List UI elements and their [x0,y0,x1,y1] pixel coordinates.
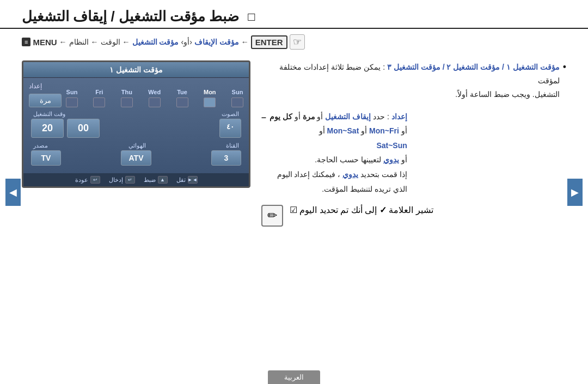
or1: أو [315,112,323,121]
check-label-mid: إلى أنك تم تحديد اليوم [299,205,377,215]
manual-suf: لتعيينها حسب الحاجة. [315,155,381,164]
dash-item-setup: إعداد : حدد إيقاف التشغيل أو مرة أو كل ي… [261,109,561,197]
or5: أو [319,126,325,135]
bullet-dot: • [563,60,566,74]
setup-instruction-label: إعداد [391,112,407,121]
source-label: مصدر [33,142,48,149]
nav-arrow-left[interactable]: ◀ [5,179,21,206]
content-area: مؤقت التشغيل ١ Sun Fri [0,55,588,232]
tv-nav-item-adjust: ▲ ضبط [144,176,168,184]
move-icon: ◄► [188,176,198,184]
channel-label: القناة [226,142,239,149]
enter-nav-label: إدخال [109,176,123,184]
tv-nav-bar: ◄► تقل ▲ ضبط ↵ إدخال ↩ عودة [23,173,249,186]
bullet-line2: التشغيل. ويجب ضبط الساعة أولاً. [455,90,559,99]
day-fri: Fri [93,89,105,107]
tv-panel: مؤقت التشغيل ١ Sun Fri [22,60,250,227]
bullet-text: مؤقت التشغيل ١ / مؤقت التشغيل ٢ / مؤقت ا… [261,60,560,102]
once-box: مرة [29,94,62,107]
volume-label: الصوت [222,111,239,118]
manual2-text: يدوي [342,170,358,179]
antenna-label: الهوائي [128,142,146,149]
page-header: □ ضبط مؤقت التشغيل / إيقاف التشغيل [0,0,588,29]
time-label: الوقت [101,38,120,46]
angle-bracket: ‹أو› [181,38,192,46]
back-label: عودة [75,176,88,184]
tv-screen-title: مؤقت التشغيل ١ [23,62,249,78]
day-thu: Thu [121,89,133,107]
or4: أو [359,126,367,135]
tv-content: Sun Fri Thu Wed [23,78,249,173]
day-sun1: Sun [66,89,78,107]
arrow1: ← [122,38,130,46]
tv-screen: مؤقت التشغيل ١ Sun Fri [22,60,250,188]
dash-section: إعداد : حدد إيقاف التشغيل أو مرة أو كل ي… [261,109,566,197]
enter-nav-icon: ↵ [125,176,135,184]
text-panel: • مؤقت التشغيل ١ / مؤقت التشغيل ٢ / مؤقت… [261,60,566,227]
day-wed: Wed [148,89,161,107]
timer-labels: مؤقت التشغيل ١ / مؤقت التشغيل ٢ / مؤقت ا… [387,63,560,71]
day-sun2: Sun [231,89,243,107]
nav-bar: ☞ ENTER ← مؤقت الإيقاف ‹أو› مؤقت التشغيل… [0,29,588,55]
mon-sat-text: Mon~Sat [327,126,359,135]
move-label: تقل [176,176,186,184]
manual-pre: أو [399,155,407,164]
page-title: ضبط مؤقت التشغيل / إيقاف التشغيل [22,8,239,25]
source-value: TV [31,150,61,166]
back-icon: ↩ [90,176,100,184]
off-timer-link: مؤقت الإيقاف [194,38,239,46]
once-text: مرة [303,112,315,121]
timer-activate: الذي تريده لتنشيط المؤقت. [322,185,407,193]
nav-arrow-right[interactable]: ▶ [567,179,583,206]
mon-fri-text: Mon~Fri [369,126,399,135]
adjust-label: ضبط [144,176,156,184]
day-mon: Mon [204,89,216,107]
if-manual-suf: ، فيمكنك إعداد اليوم [277,170,341,179]
arrow3: ← [59,38,67,46]
title-icon: □ [248,10,255,24]
time-hour: 00 [67,119,100,138]
bullet-line: • مؤقت التشغيل ١ / مؤقت التشغيل ٢ / مؤقت… [261,60,566,102]
setup-label: إعداد [29,82,42,90]
or2: أو [292,112,301,121]
menu-label: MENU [33,38,57,47]
check-icon-inline: ☑ [290,205,297,215]
antenna-value: ATV [121,150,152,166]
finger-icon: ☞ [290,34,305,50]
time-on-label: وقت التشغيل [33,111,65,118]
manual-text: يدوي [383,155,399,164]
sat-sun-text: Sat~Sun [376,141,407,150]
setup-colon: : حدد [371,112,389,121]
menu-icon: ≡ [22,38,30,46]
dash-symbol: – [261,109,266,126]
off-label: إيقاف التشغيل [325,112,371,121]
system-label: النظام [69,38,89,46]
check-section: تشير العلامة ✓ إلى أنك تم تحديد اليوم ☑ … [261,205,566,227]
or3: أو [399,126,407,135]
on-timer-link: مؤقت التشغيل [132,38,179,46]
language-label: العربية [284,373,304,381]
tv-nav-item-move: ◄► تقل [176,176,198,184]
bottom-language-bar: العربية [268,370,320,384]
note-icon-box: ✏ [261,205,283,227]
note-icon: ✏ [267,209,277,223]
enter-label: ENTER [251,35,287,49]
if-manual-pre: إذا قمت بتحديد [358,170,407,179]
enter-arrow: ← [241,38,249,46]
tv-nav-item-enter: ↵ إدخال [109,176,135,184]
adjust-icon: ▲ [158,176,168,184]
tv-nav-item-back: ↩ عودة [75,176,100,184]
day-tue: Tue [176,89,188,107]
channel-value: 3 [211,150,241,166]
time-minute: 20 [31,119,64,138]
arrow2: ← [91,38,99,46]
volume-value: ٤٠ [219,119,241,138]
check-label-pre: تشير العلامة [387,205,433,215]
checkmark-symbol: ✓ [379,205,387,215]
everyday-text: كل يوم [270,112,292,121]
